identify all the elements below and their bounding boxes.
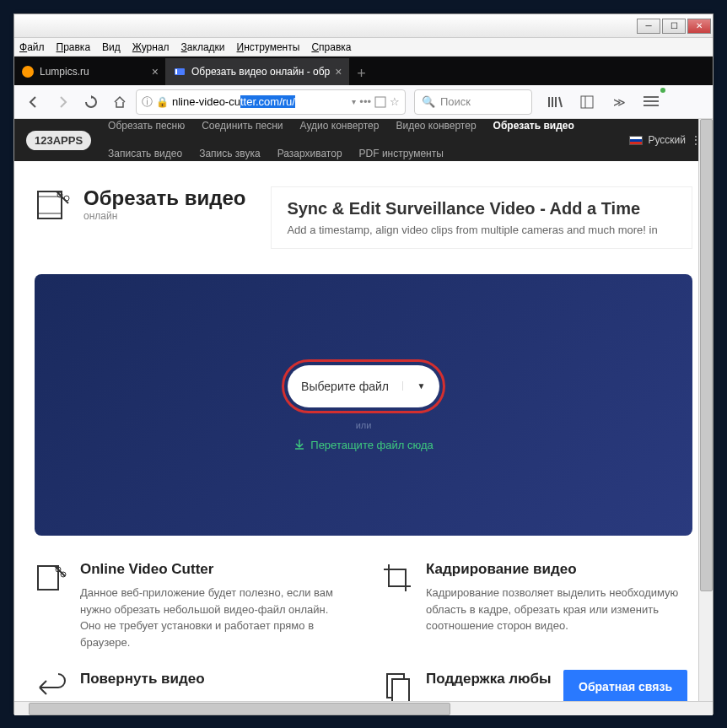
menu-help[interactable]: Справка bbox=[311, 41, 351, 53]
update-indicator-icon bbox=[660, 88, 665, 93]
nav-link[interactable]: Запись звука bbox=[199, 146, 261, 162]
logo[interactable]: 123APPS bbox=[26, 131, 91, 150]
nav-link[interactable]: Соединить песни bbox=[202, 119, 283, 134]
language-label: Русский bbox=[648, 134, 686, 146]
dropdown-icon[interactable]: ▾ bbox=[352, 97, 356, 106]
tabbar: Lumpics.ru × Обрезать видео онлайн - обр… bbox=[14, 57, 713, 85]
svg-rect-4 bbox=[581, 96, 593, 108]
feature-title: Online Video Cutter bbox=[80, 561, 347, 578]
search-placeholder: Поиск bbox=[440, 95, 471, 108]
drag-file-label: Перетащите файл сюда bbox=[310, 439, 433, 451]
tab-label: Обрезать видео онлайн - обр bbox=[191, 66, 330, 78]
menu-bookmarks[interactable]: Закладки bbox=[181, 41, 225, 53]
tab-lumpics[interactable]: Lumpics.ru × bbox=[14, 58, 166, 85]
feature-title: Кадрирование видео bbox=[426, 561, 692, 578]
feature-block: Online Video Cutter Данное веб-приложени… bbox=[35, 561, 347, 650]
nav-links: Обрезать песню Соединить песни Аудио кон… bbox=[108, 119, 629, 162]
menu-button[interactable] bbox=[638, 89, 664, 115]
search-bar[interactable]: 🔍 Поиск bbox=[414, 89, 532, 115]
bookmark-icon[interactable]: ☆ bbox=[390, 95, 400, 108]
svg-point-0 bbox=[22, 66, 34, 78]
menu-view[interactable]: Вид bbox=[102, 41, 121, 53]
browser-window: ─ ☐ ✕ Файл Правка Вид Журнал Закладки Ин… bbox=[13, 13, 714, 715]
download-icon bbox=[293, 439, 305, 450]
scrollbar-thumb[interactable] bbox=[29, 703, 450, 715]
titlebar: ─ ☐ ✕ bbox=[14, 14, 713, 38]
tab-close-icon[interactable]: × bbox=[335, 65, 342, 78]
tab-close-icon[interactable]: × bbox=[152, 65, 159, 78]
nav-link[interactable]: Обрезать песню bbox=[108, 119, 185, 134]
select-file-button[interactable]: Выберите файл ▼ bbox=[288, 365, 439, 407]
select-file-label: Выберите файл bbox=[288, 380, 402, 393]
more-icon[interactable]: ••• bbox=[359, 95, 371, 108]
file-icon bbox=[380, 671, 414, 704]
upload-area[interactable]: Выберите файл ▼ или Перетащите файл сюда bbox=[35, 274, 692, 536]
page-content: 123APPS Обрезать песню Соединить песни А… bbox=[14, 119, 713, 715]
search-icon: 🔍 bbox=[422, 95, 435, 108]
dropdown-icon[interactable]: ▼ bbox=[402, 381, 439, 391]
close-button[interactable]: ✕ bbox=[687, 19, 711, 34]
forward-button[interactable] bbox=[50, 89, 75, 115]
upload-button-highlight: Выберите файл ▼ bbox=[282, 359, 445, 413]
nav-link[interactable]: Разархиватор bbox=[277, 146, 342, 162]
nav-link[interactable]: Аудио конвертер bbox=[300, 119, 380, 134]
sidebar-button[interactable] bbox=[574, 89, 600, 115]
feature-block: Кадрирование видео Кадрирование позволяе… bbox=[380, 561, 692, 650]
url-text: nline-video-cutter.com/ru/ bbox=[172, 95, 348, 108]
new-tab-button[interactable]: + bbox=[349, 62, 373, 85]
home-button[interactable] bbox=[107, 89, 132, 115]
ad-block[interactable]: Sync & Edit Surveillance Video - Add a T… bbox=[271, 186, 692, 249]
vertical-scrollbar[interactable] bbox=[698, 119, 713, 701]
back-button[interactable] bbox=[21, 89, 46, 115]
horizontal-scrollbar[interactable] bbox=[14, 701, 713, 715]
drag-file-link[interactable]: Перетащите файл сюда bbox=[293, 439, 433, 451]
flag-icon bbox=[629, 136, 643, 145]
feedback-button[interactable]: Обратная связь bbox=[563, 670, 687, 704]
nav-link[interactable]: PDF инструменты bbox=[359, 146, 444, 162]
nav-link[interactable]: Записать видео bbox=[108, 146, 182, 162]
navbar: ⓘ 🔒 nline-video-cutter.com/ru/ ▾ ••• ☆ 🔍… bbox=[14, 85, 713, 119]
site-header: 123APPS Обрезать песню Соединить песни А… bbox=[14, 119, 713, 161]
or-text: или bbox=[356, 420, 372, 430]
url-bar[interactable]: ⓘ 🔒 nline-video-cutter.com/ru/ ▾ ••• ☆ bbox=[136, 89, 406, 115]
menu-tools[interactable]: Инструменты bbox=[237, 41, 300, 53]
feature-text: Данное веб-приложение будет полезно, есл… bbox=[80, 585, 347, 650]
rotate-icon bbox=[35, 671, 68, 704]
ad-text: Add a timestamp, align video clips from … bbox=[287, 224, 676, 236]
reload-button[interactable] bbox=[78, 89, 104, 115]
info-icon[interactable]: ⓘ bbox=[142, 94, 153, 110]
crop-icon bbox=[380, 561, 414, 595]
svg-rect-17 bbox=[392, 679, 409, 703]
reader-icon[interactable] bbox=[374, 96, 386, 108]
nav-link-active[interactable]: Обрезать видео bbox=[493, 119, 574, 134]
feature-text: Кадрирование позволяет выделить необходи… bbox=[426, 585, 692, 634]
favicon-icon bbox=[173, 65, 186, 78]
minimize-button[interactable]: ─ bbox=[637, 19, 660, 34]
tab-videocutter[interactable]: Обрезать видео онлайн - обр × bbox=[166, 58, 349, 85]
ad-heading: Sync & Edit Surveillance Video - Add a T… bbox=[287, 199, 676, 218]
menubar: Файл Правка Вид Журнал Закладки Инструме… bbox=[14, 38, 713, 57]
feature-block: Повернуть видео bbox=[35, 671, 347, 704]
scrollbar-thumb[interactable] bbox=[700, 119, 713, 591]
page-title: Обрезать видео bbox=[83, 186, 245, 210]
menu-history[interactable]: Журнал bbox=[132, 41, 170, 53]
feature-title: Повернуть видео bbox=[80, 671, 205, 688]
feature-title: Поддержка любы bbox=[426, 671, 551, 688]
tab-label: Lumpics.ru bbox=[40, 66, 147, 78]
menu-edit[interactable]: Правка bbox=[57, 41, 91, 53]
lock-icon: 🔒 bbox=[156, 96, 169, 108]
svg-rect-3 bbox=[375, 97, 385, 107]
nav-link[interactable]: Видео конвертер bbox=[396, 119, 476, 134]
cut-video-icon bbox=[35, 186, 72, 224]
menu-file[interactable]: Файл bbox=[19, 41, 45, 53]
favicon-icon bbox=[21, 65, 35, 78]
svg-rect-2 bbox=[175, 69, 177, 74]
maximize-button[interactable]: ☐ bbox=[662, 19, 686, 34]
overflow-button[interactable]: ≫ bbox=[606, 89, 632, 115]
page-subtitle: онлайн bbox=[83, 210, 245, 222]
language-selector[interactable]: Русский ⋮ bbox=[629, 134, 701, 146]
library-button[interactable] bbox=[542, 89, 568, 115]
page-title-block: Обрезать видео онлайн bbox=[35, 186, 245, 249]
svg-rect-6 bbox=[38, 191, 62, 218]
svg-rect-12 bbox=[38, 566, 58, 590]
